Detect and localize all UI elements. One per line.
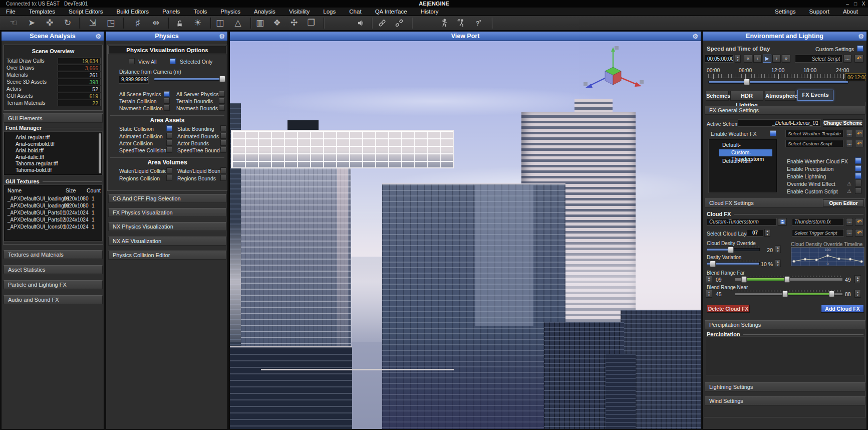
align-tool-icon[interactable]: ⇹ <box>148 17 163 29</box>
menu-physics[interactable]: Physics <box>214 8 246 16</box>
checkbox[interactable] <box>166 133 172 139</box>
checkbox[interactable] <box>166 167 172 173</box>
terrain-icon[interactable]: △ <box>230 17 245 29</box>
density-timeline-chart[interactable]: 100 0 <box>791 247 864 266</box>
active-scheme-input[interactable]: _Default-Exterior_01 <box>738 119 821 127</box>
section-particle-lighting-fx[interactable]: Particle and Lighting FX <box>4 280 103 289</box>
checkbox[interactable] <box>855 157 861 164</box>
minimize-button[interactable]: – <box>844 0 851 8</box>
close-button[interactable]: X <box>860 0 867 8</box>
section-textures-materials[interactable]: Textures and Materials <box>4 250 103 259</box>
list-item[interactable]: Default-Rain <box>710 158 772 164</box>
brightness-icon[interactable]: ☀ <box>190 17 205 29</box>
select-script-input[interactable]: Select Script <box>795 55 842 63</box>
blend-near-low-spinner[interactable]: ▲▼ <box>706 290 712 298</box>
undo-custom-script-button[interactable]: ↶ <box>855 140 863 147</box>
browse-custom-script-button[interactable]: ... <box>846 140 853 147</box>
font-item[interactable]: Arial-bold.tff <box>6 147 98 154</box>
open-editor-button[interactable]: Open Editor <box>823 199 864 206</box>
gear-icon[interactable]: ⚙ <box>219 32 225 41</box>
gear-icon[interactable]: ⚙ <box>692 32 698 41</box>
change-scheme-button[interactable]: Change Scheme <box>823 119 863 127</box>
undo-template-button[interactable]: ↶ <box>855 130 863 137</box>
time-slider-handle[interactable] <box>744 79 750 85</box>
cloud-fx-file-input[interactable]: Thunderstorm.fx <box>792 218 844 226</box>
library-icon[interactable]: ▥ <box>252 17 267 29</box>
tab-fx-events[interactable]: FX Events <box>797 90 833 101</box>
font-item[interactable]: Tahoma-regular.tff <box>6 160 98 167</box>
menu-history[interactable]: History <box>415 8 445 16</box>
view-all-checkbox[interactable] <box>129 58 135 64</box>
menu-logs[interactable]: Logs <box>317 8 342 16</box>
checkbox[interactable] <box>855 187 861 194</box>
viewport-header[interactable]: View Port⚙ <box>230 32 701 41</box>
weather-template-input[interactable]: Select Weather Template <box>785 130 843 137</box>
section-gui-elements[interactable]: GUI Elements <box>4 114 103 123</box>
checkbox[interactable] <box>220 175 226 181</box>
rewind-button[interactable]: « <box>744 55 752 63</box>
menu-templates[interactable]: Templates <box>23 8 61 16</box>
checkbox[interactable] <box>166 125 172 131</box>
menu-build-editors[interactable]: Build Editors <box>111 8 155 16</box>
checkbox[interactable] <box>855 180 861 186</box>
section-physics-collision-editor[interactable]: Physics Collision Editor <box>108 251 226 260</box>
enable-weather-checkbox[interactable] <box>770 130 776 136</box>
grab-hand-icon[interactable]: ☜ <box>6 17 21 29</box>
checkbox[interactable] <box>219 91 225 97</box>
tab-atmosphere[interactable]: Atmosphere <box>765 91 796 101</box>
node-graph-icon[interactable]: ✣ <box>286 17 302 29</box>
blend-far-low-spinner[interactable]: ▲▼ <box>706 275 712 283</box>
rotate-tool-icon[interactable]: ↻ <box>60 17 75 29</box>
cloud-layer-value[interactable]: 07 <box>747 229 763 237</box>
tab-schemes[interactable]: Schemes <box>706 91 729 101</box>
grid-snap-icon[interactable]: ♯ <box>130 17 145 29</box>
distance-input[interactable]: 9,999.99999 <box>119 76 149 84</box>
trigger-script-input[interactable]: Select Trigger Script <box>792 229 844 237</box>
checkbox[interactable] <box>219 105 225 111</box>
section-precipitation[interactable]: Percipitation Settings <box>705 320 865 329</box>
checkbox[interactable] <box>855 165 861 171</box>
save-cloud-button[interactable] <box>778 218 787 226</box>
undo-script-button[interactable]: ↶ <box>854 55 863 63</box>
section-wind[interactable]: Wind Settings <box>705 396 865 405</box>
checkbox[interactable] <box>164 105 170 111</box>
col-size[interactable]: Size <box>66 187 76 194</box>
menu-panels[interactable]: Panels <box>156 8 186 16</box>
col-name[interactable]: Name <box>8 187 22 194</box>
snap-box-icon[interactable]: ◳ <box>103 17 118 29</box>
environment-header[interactable]: Environment and Lighting⚙ <box>703 32 866 41</box>
viewport-scene[interactable] <box>230 41 701 429</box>
undo-fx-button[interactable]: ↶ <box>855 218 863 226</box>
section-fx-general[interactable]: FX General Settings <box>705 106 865 115</box>
time-input[interactable]: 00:05:00:00 <box>705 55 734 63</box>
help-nav-icon[interactable]: ? <box>471 17 486 29</box>
browse-script-button[interactable]: ... <box>843 55 851 63</box>
menu-file[interactable]: File <box>0 8 22 16</box>
gear-icon[interactable]: ⚙ <box>858 32 864 41</box>
scale-tool-icon[interactable]: ⇲ <box>85 17 100 29</box>
checkbox[interactable] <box>220 133 226 139</box>
cloud-name-input[interactable]: Custom-Tundersstorm <box>707 218 777 226</box>
add-cloud-fx-button[interactable]: Add Cloud FX <box>821 305 864 313</box>
checkbox[interactable] <box>220 125 226 131</box>
checkbox[interactable] <box>166 140 172 146</box>
select-cursor-icon[interactable]: ➤ <box>24 17 39 29</box>
section-asset-statistics[interactable]: Asset Statistics <box>4 265 103 274</box>
checkbox[interactable] <box>166 175 172 181</box>
checkbox[interactable] <box>855 172 861 179</box>
run-nav-icon[interactable] <box>454 17 469 29</box>
play-button[interactable]: ▶ <box>763 55 771 63</box>
blend-far-high-spinner[interactable]: ▲▼ <box>854 275 861 283</box>
menu-script-editors[interactable]: Script Editors <box>63 8 109 16</box>
custom-script-input[interactable]: Select Custom Script <box>785 140 843 147</box>
variation-spinner[interactable]: ▲▼ <box>775 260 781 267</box>
blend-far-slider[interactable] <box>735 276 843 282</box>
gear-icon[interactable]: ⚙ <box>95 32 101 41</box>
menu-analysis[interactable]: Analysis <box>248 8 281 16</box>
duplicate-icon[interactable]: ❐ <box>304 17 319 29</box>
list-item[interactable]: Default-Thunderstorm <box>710 142 772 148</box>
density-override-slider[interactable] <box>707 246 760 252</box>
checkbox[interactable] <box>220 140 226 146</box>
menu-tools[interactable]: Tools <box>187 8 213 16</box>
distance-slider[interactable] <box>154 78 224 81</box>
